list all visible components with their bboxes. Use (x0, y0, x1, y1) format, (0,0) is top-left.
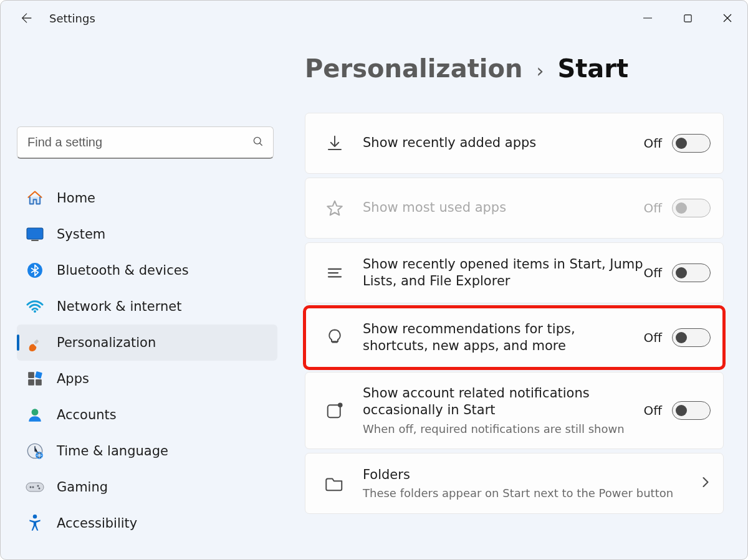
sidebar-item-network[interactable]: Network & internet (17, 288, 277, 325)
svg-rect-14 (28, 379, 34, 386)
download-icon (324, 133, 345, 154)
sidebar-item-label: Accessibility (57, 516, 137, 531)
breadcrumb-parent[interactable]: Personalization (305, 54, 522, 83)
svg-point-20 (30, 486, 32, 488)
setting-account-notifications[interactable]: Show account related notifications occas… (305, 372, 724, 449)
svg-point-16 (32, 409, 39, 415)
toggle-recommendations[interactable] (672, 328, 711, 347)
minimize-icon (643, 13, 653, 23)
sidebar-item-system[interactable]: System (17, 216, 277, 252)
svg-rect-8 (31, 240, 39, 241)
back-button[interactable] (17, 8, 37, 28)
svg-rect-15 (36, 379, 42, 386)
titlebar: Settings (1, 1, 747, 36)
toggle-most-used (672, 199, 711, 217)
system-icon (26, 225, 44, 244)
sidebar-item-label: System (57, 227, 105, 242)
search-field[interactable] (27, 135, 252, 149)
sidebar-nav: Home System Bluetooth & devices (17, 180, 281, 541)
setting-recently-added[interactable]: Show recently added apps Off (305, 113, 724, 174)
apps-icon (26, 369, 44, 388)
person-icon (26, 406, 44, 424)
setting-folders[interactable]: Folders These folders appear on Start ne… (305, 453, 724, 514)
wifi-icon (26, 297, 44, 316)
setting-state: Off (643, 403, 662, 418)
sidebar-item-accessibility[interactable]: Accessibility (17, 505, 277, 541)
list-icon (324, 262, 345, 283)
close-button[interactable] (707, 1, 747, 36)
setting-state: Off (643, 265, 662, 280)
setting-title: Show recently added apps (363, 135, 643, 151)
sidebar-item-label: Time & language (57, 444, 168, 458)
search-input[interactable] (17, 126, 274, 159)
toggle-recent-items[interactable] (672, 263, 711, 282)
lightbulb-icon (324, 327, 345, 348)
sidebar-item-apps[interactable]: Apps (17, 361, 277, 397)
setting-recommendations[interactable]: Show recommendations for tips, shortcuts… (305, 307, 724, 368)
svg-rect-28 (328, 405, 340, 417)
svg-rect-11 (34, 339, 39, 344)
search-icon (252, 135, 264, 150)
close-icon (722, 13, 732, 23)
svg-line-5 (260, 143, 262, 145)
breadcrumb-separator: › (536, 60, 544, 82)
notification-badge-icon (324, 400, 345, 421)
setting-title: Folders (363, 467, 701, 483)
setting-subtitle: These folders appear on Start next to th… (363, 486, 701, 500)
svg-rect-1 (684, 14, 691, 21)
sidebar-item-label: Bluetooth & devices (57, 263, 189, 278)
setting-state: Off (643, 136, 662, 151)
app-title: Settings (49, 12, 95, 25)
accessibility-icon (26, 514, 44, 533)
svg-point-10 (34, 310, 36, 313)
svg-point-22 (37, 485, 39, 487)
svg-point-4 (254, 137, 261, 144)
maximize-button[interactable] (668, 1, 707, 36)
toggle-account-notifications[interactable] (672, 401, 711, 420)
setting-subtitle: When off, required notifications are sti… (363, 422, 643, 436)
svg-rect-19 (26, 483, 44, 491)
clock-globe-icon (26, 442, 44, 460)
toggle-recently-added[interactable] (672, 134, 711, 153)
sidebar-item-home[interactable]: Home (17, 180, 277, 216)
home-icon (26, 189, 44, 207)
sidebar-item-time-language[interactable]: Time & language (17, 433, 277, 469)
svg-point-24 (33, 515, 37, 518)
chevron-right-icon (701, 473, 711, 493)
setting-most-used: Show most used apps Off (305, 178, 724, 239)
sidebar-item-label: Apps (57, 371, 89, 386)
settings-list: Show recently added apps Off Show most u… (305, 113, 724, 514)
setting-state: Off (643, 201, 662, 216)
setting-state: Off (643, 330, 662, 345)
sidebar-item-label: Home (57, 191, 95, 206)
arrow-left-icon (20, 11, 34, 25)
setting-title: Show recommendations for tips, shortcuts… (363, 321, 643, 355)
breadcrumb: Personalization › Start (305, 54, 724, 83)
sidebar: Home System Bluetooth & devices (1, 36, 281, 559)
sidebar-item-gaming[interactable]: Gaming (17, 469, 277, 505)
bluetooth-icon (26, 261, 44, 280)
sidebar-item-label: Network & internet (57, 299, 181, 314)
gamepad-icon (26, 478, 44, 496)
star-icon (324, 197, 345, 219)
sidebar-item-accounts[interactable]: Accounts (17, 397, 277, 433)
sidebar-item-label: Gaming (57, 480, 108, 495)
setting-title: Show most used apps (363, 199, 643, 216)
sidebar-item-label: Accounts (57, 407, 117, 422)
svg-point-29 (338, 402, 343, 407)
content-area: Personalization › Start Show recently ad… (281, 36, 747, 559)
svg-point-23 (39, 488, 41, 490)
setting-title: Show recently opened items in Start, Jum… (363, 256, 643, 290)
sidebar-item-label: Personalization (57, 335, 156, 350)
folder-icon (324, 473, 345, 494)
setting-recent-items[interactable]: Show recently opened items in Start, Jum… (305, 242, 724, 303)
svg-rect-12 (28, 372, 34, 378)
svg-point-21 (32, 486, 34, 488)
setting-title: Show account related notifications occas… (363, 385, 643, 419)
breadcrumb-current: Start (557, 54, 628, 83)
sidebar-item-bluetooth[interactable]: Bluetooth & devices (17, 252, 277, 288)
sidebar-item-personalization[interactable]: Personalization (17, 325, 277, 361)
svg-rect-6 (27, 228, 43, 239)
window-controls (628, 1, 747, 36)
minimize-button[interactable] (628, 1, 668, 36)
